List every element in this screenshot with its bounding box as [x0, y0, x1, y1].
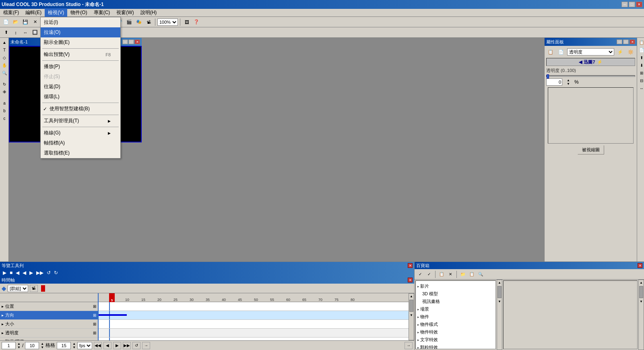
menu-object[interactable]: 物件(O) [67, 8, 90, 17]
stop-btn[interactable]: ■ [8, 270, 14, 276]
tb-help[interactable]: ❓ [192, 18, 201, 27]
opacity-input[interactable] [546, 78, 562, 86]
tool-hand[interactable]: ✋ [1, 62, 8, 69]
library-preview-scrollbar[interactable]: ▲ ▼ [638, 280, 644, 350]
tool-move[interactable]: ✙ [1, 88, 8, 95]
preview-thumbnail-btn[interactable]: 被視縮圖 [578, 145, 604, 154]
close-button[interactable]: ✕ [636, 2, 642, 7]
tree-item-3dmodel[interactable]: 3D 模型 [417, 290, 494, 298]
opacity-slider-track[interactable] [546, 75, 635, 77]
tl-arrow-right[interactable]: → [142, 342, 150, 349]
grid-down[interactable]: ▼ [72, 346, 76, 349]
tree-item-objectfx[interactable]: ▸ 物件特效 [417, 328, 494, 336]
open-btn[interactable]: 📂 [11, 18, 20, 27]
next-btn[interactable]: ▶ [28, 270, 34, 276]
tl-next[interactable]: ▶▶ [123, 342, 131, 349]
frame-down[interactable]: ▼ [17, 346, 21, 349]
lib-prev-sb-thumb[interactable] [639, 286, 643, 298]
prop-icon1[interactable]: 📋 [546, 47, 555, 56]
preview-minimize[interactable]: ─ [122, 39, 128, 44]
lib-sb-up[interactable]: ▲ [498, 280, 501, 285]
tree-item-textfx[interactable]: ▸ 文字特效 [417, 336, 494, 344]
fps-select[interactable]: fps [77, 342, 92, 349]
menu-loop[interactable]: 循環(L) [41, 92, 120, 102]
sb-thumb[interactable] [409, 300, 413, 312]
fr-btn5[interactable]: ⊞ [638, 69, 644, 76]
view-dropdown-menu[interactable]: 拉近(I) 拉遠(O) 顯示全圖(E) 輸出預覽(V) F8 播放(P) 停止(… [40, 17, 121, 159]
lib-sb-thumb[interactable] [497, 286, 502, 298]
menu-output-preview[interactable]: 輸出預覽(V) F8 [41, 49, 120, 60]
group-select[interactable]: [群組] [8, 285, 28, 292]
tl-prev-frame[interactable]: ◀ [103, 342, 111, 349]
prop-btn1[interactable]: ─ [617, 39, 622, 44]
tool-a[interactable]: a [1, 99, 8, 107]
menu-smart-build[interactable]: ✓ 使用智慧型建檔(B) [41, 104, 120, 114]
preview-close[interactable]: ✕ [134, 39, 140, 44]
save-btn[interactable]: 💾 [21, 18, 30, 27]
tool-text[interactable]: T [1, 46, 8, 54]
new-btn[interactable]: 📄 [2, 18, 10, 27]
tool-b[interactable]: b [1, 107, 8, 114]
timeline-scrollbar-v[interactable]: ▲ ▼ [409, 293, 414, 340]
lib-prev-sb-down[interactable]: ▼ [640, 299, 643, 304]
menu-edit[interactable]: 編輯(E) [22, 8, 45, 17]
total-frames-input[interactable] [25, 342, 39, 349]
tl-next-frame[interactable]: ▶ [113, 342, 121, 349]
menu-stop[interactable]: 停止(S) [41, 72, 120, 82]
tb-btn4[interactable]: ✕ [31, 18, 39, 27]
tree-item-videoframe[interactable]: 視訊畫格 [417, 298, 494, 305]
menu-toolbar-manager[interactable]: 工具列管理員(T) ▶ [41, 116, 120, 126]
prop-icon4[interactable]: 🔆 [626, 47, 635, 56]
timeline-close[interactable]: ✕ [408, 278, 413, 282]
tool-shape[interactable]: ◇ [1, 54, 8, 61]
tl-row-size[interactable]: ▸ 大小 ⊞ [0, 320, 98, 329]
prev-frame-btn[interactable]: ◀ [14, 270, 21, 276]
tree-item-particlefx[interactable]: ▸ 顆粒特效 [417, 344, 494, 349]
frame-up[interactable]: ▲ [17, 342, 21, 346]
tree-item-objectstyle[interactable]: ▸ 物件樣式 [417, 321, 494, 328]
fr-btn3[interactable]: ⬆ [638, 54, 644, 61]
menu-grid[interactable]: 格線(G) ▶ [41, 128, 120, 138]
redo-btn2[interactable]: ↻ [53, 270, 59, 276]
menu-view[interactable]: 檢視(V) [45, 8, 67, 17]
menu-fit[interactable]: 顯示全圖(E) [41, 37, 120, 47]
menu-project[interactable]: 專案(C) [91, 8, 114, 17]
prop-icon2[interactable]: 📄 [557, 47, 566, 56]
tool-rotate2[interactable]: ↻ [1, 80, 8, 88]
tl-loop[interactable]: ↺ [132, 342, 140, 349]
play-btn[interactable]: ▶ [2, 270, 8, 276]
lib-btn2[interactable]: ✓ [425, 270, 433, 278]
lib-btn7[interactable]: 🔍 [477, 270, 485, 278]
sb-up-arrow[interactable]: ▲ [410, 294, 413, 299]
menu-file[interactable]: 檔案(F) [0, 8, 22, 17]
menu-play[interactable]: 播放(P) [41, 62, 120, 72]
tb-render[interactable]: 🖼 [182, 18, 191, 27]
prev-btn[interactable]: ◀ [21, 270, 27, 276]
tl-row-opacity[interactable]: ▸ 透明度 ⊞ [0, 329, 98, 338]
library-close[interactable]: ✕ [638, 263, 642, 268]
tl-row-direction[interactable]: ▸ 方向 ⊞ [0, 311, 98, 320]
lib-prev-sb-up[interactable]: ▲ [640, 280, 643, 285]
frame-input[interactable] [2, 342, 16, 349]
opacity-down[interactable]: ▼ [564, 82, 573, 86]
lib-btn1[interactable]: ✓ [416, 270, 424, 278]
opacity-up[interactable]: ▲ [564, 78, 573, 82]
total-down[interactable]: ▼ [41, 346, 44, 349]
library-tree-scrollbar[interactable]: ▲ ▼ [497, 280, 502, 350]
tl-scroll-right[interactable]: → [405, 342, 413, 349]
lib-btn5[interactable]: 📁 [459, 270, 467, 278]
equalizer-close[interactable]: ✕ [408, 263, 413, 268]
prop-icon3[interactable]: ⚡ [616, 47, 625, 56]
tl-prev[interactable]: ◀◀ [94, 342, 102, 349]
fr-btn7[interactable]: ↔ [638, 84, 644, 92]
t2-btn1[interactable]: ⬆ [2, 28, 10, 37]
fr-btn4[interactable]: ⬇ [638, 62, 644, 69]
total-up[interactable]: ▲ [41, 342, 44, 346]
lib-btn4[interactable]: ✕ [446, 270, 454, 278]
sb-down-arrow[interactable]: ▼ [410, 313, 413, 318]
tool-zoom2[interactable]: 🔍 [1, 69, 8, 76]
menu-zoom-out[interactable]: 拉遠(O) [41, 27, 120, 37]
prop-btn2[interactable]: □ [623, 39, 629, 44]
menu-window[interactable]: 視窗(W) [113, 8, 137, 17]
tree-item-video[interactable]: ▸ 影片 [417, 282, 494, 290]
